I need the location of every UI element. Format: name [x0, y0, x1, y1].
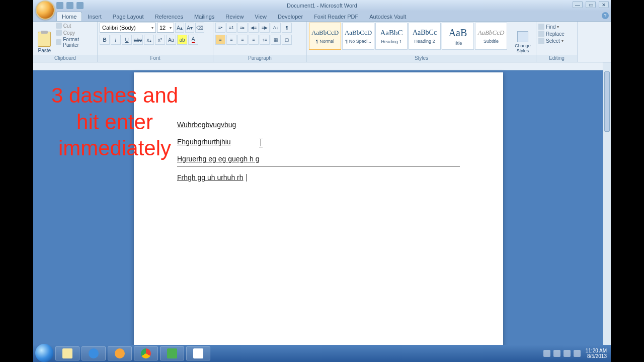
font-color-button[interactable]: A: [188, 35, 198, 45]
align-right-button[interactable]: ≡: [237, 35, 248, 45]
insertion-cursor: [247, 174, 247, 182]
chevron-down-icon: ▾: [151, 26, 153, 30]
taskbar-explorer[interactable]: [55, 346, 79, 360]
find-icon: [538, 24, 544, 30]
font-size-dropdown[interactable]: 12▾: [157, 23, 174, 33]
doc-line-4: Frhgh gg uh urhuh rh: [177, 173, 244, 182]
bullets-button[interactable]: ≡•: [215, 23, 225, 33]
ribbon-tabs: Home Insert Page Layout References Maili…: [33, 11, 611, 21]
cut-button[interactable]: Cut: [56, 23, 95, 29]
font-name-dropdown[interactable]: Calibri (Body)▾: [100, 23, 156, 33]
minimize-button[interactable]: —: [573, 1, 583, 8]
sort-button[interactable]: A↓: [271, 23, 281, 33]
taskbar-chrome[interactable]: [134, 346, 158, 360]
taskbar-media-player[interactable]: [108, 346, 132, 360]
underline-button[interactable]: U: [122, 35, 132, 45]
tray-clock[interactable]: 11:20 AM 8/5/2013: [586, 348, 607, 359]
copy-button[interactable]: Copy: [56, 30, 95, 36]
quick-access-toolbar: [56, 2, 84, 9]
group-label-clipboard: Clipboard: [33, 55, 97, 62]
start-button[interactable]: [35, 344, 53, 362]
tab-home[interactable]: Home: [56, 12, 82, 21]
title-bar: Document1 - Microsoft Word — ▭ ✕: [33, 0, 611, 11]
scrollbar-thumb[interactable]: [604, 71, 610, 132]
ie-icon: [89, 348, 99, 358]
increase-indent-button[interactable]: ≡▶: [260, 23, 270, 33]
align-left-button[interactable]: ≡: [215, 35, 225, 45]
cut-icon: [56, 23, 62, 29]
find-button[interactable]: Find▾: [538, 24, 565, 30]
chevron-down-icon: ▾: [170, 26, 172, 30]
save-icon[interactable]: [56, 2, 63, 9]
tab-page-layout[interactable]: Page Layout: [107, 12, 149, 21]
taskbar-app[interactable]: [160, 346, 184, 360]
borders-button[interactable]: ▢: [282, 35, 292, 45]
horizontal-rule: [177, 166, 460, 166]
tray-volume-icon[interactable]: [574, 350, 581, 357]
decrease-indent-button[interactable]: ◀≡: [249, 23, 259, 33]
taskbar-word[interactable]: [186, 346, 210, 360]
undo-icon[interactable]: [66, 2, 73, 9]
system-tray: 11:20 AM 8/5/2013: [543, 348, 609, 359]
tab-review[interactable]: Review: [220, 12, 249, 21]
close-button[interactable]: ✕: [599, 1, 609, 8]
numbering-button[interactable]: ≡1: [226, 23, 236, 33]
word-window: Document1 - Microsoft Word — ▭ ✕ Home In…: [33, 0, 611, 362]
show-marks-button[interactable]: ¶: [282, 23, 292, 33]
format-painter-button[interactable]: Format Painter: [56, 37, 95, 48]
horizontal-ruler[interactable]: [33, 62, 603, 70]
tab-view[interactable]: View: [249, 12, 272, 21]
grow-font-button[interactable]: A▴: [175, 23, 184, 33]
office-button[interactable]: [36, 1, 55, 20]
copy-icon: [56, 30, 62, 36]
document-workspace: 3 dashes and hit enter immediately Wuhrb…: [33, 62, 611, 353]
tab-developer[interactable]: Developer: [272, 12, 308, 21]
tray-icon[interactable]: [553, 350, 560, 357]
tab-autodesk[interactable]: Autodesk Vault: [364, 12, 412, 21]
help-icon[interactable]: ?: [602, 12, 609, 19]
format-painter-icon: [56, 39, 62, 45]
style-subtitle[interactable]: AaBbCcDSubtitle: [475, 23, 507, 50]
group-clipboard: Paste Cut Copy Format Painter Clipboard: [33, 22, 98, 62]
style-title[interactable]: AaBTitle: [442, 23, 474, 50]
line-spacing-button[interactable]: ↕≡: [260, 35, 270, 45]
style-no-spacing[interactable]: AaBbCcD¶ No Spaci...: [342, 23, 374, 50]
group-font: Calibri (Body)▾ 12▾ A▴ A▾ ⌫ B I U abc x₂…: [98, 22, 213, 62]
italic-button[interactable]: I: [111, 35, 121, 45]
tab-mailings[interactable]: Mailings: [189, 12, 220, 21]
taskbar-ie[interactable]: [82, 346, 106, 360]
tab-references[interactable]: References: [149, 12, 189, 21]
strikethrough-button[interactable]: abc: [133, 35, 143, 45]
bold-button[interactable]: B: [100, 35, 110, 45]
window-title: Document1 - Microsoft Word: [287, 3, 357, 9]
change-case-button[interactable]: Aa: [166, 35, 176, 45]
text-caret-icon: [261, 139, 261, 146]
vertical-scrollbar[interactable]: [603, 62, 611, 353]
tray-icon[interactable]: [543, 350, 550, 357]
style-heading1[interactable]: AaBbCHeading 1: [375, 23, 408, 50]
tab-foxit[interactable]: Foxit Reader PDF: [308, 12, 364, 21]
clear-formatting-button[interactable]: ⌫: [195, 23, 204, 33]
style-heading2[interactable]: AaBbCcHeading 2: [409, 23, 441, 50]
highlight-button[interactable]: ab: [177, 35, 187, 45]
windows-taskbar: 11:20 AM 8/5/2013: [33, 345, 611, 362]
folder-icon: [62, 348, 72, 358]
group-styles: AaBbCcD¶ Normal AaBbCcD¶ No Spaci... AaB…: [307, 22, 536, 62]
replace-button[interactable]: Replace: [538, 31, 565, 37]
group-paragraph: ≡• ≡1 ≡▸ ◀≡ ≡▶ A↓ ¶ ≡ ≡ ≡ ≡ ↕≡ ▦ ▢: [213, 22, 307, 62]
group-editing: Find▾ Replace Select▾ Editing: [536, 22, 578, 62]
paste-icon: [38, 32, 51, 47]
multilevel-button[interactable]: ≡▸: [237, 23, 248, 33]
shrink-font-button[interactable]: A▾: [185, 23, 194, 33]
tray-network-icon[interactable]: [564, 350, 571, 357]
shading-button[interactable]: ▦: [271, 35, 281, 45]
select-button[interactable]: Select▾: [538, 38, 565, 44]
superscript-button[interactable]: x²: [155, 35, 165, 45]
subscript-button[interactable]: x₂: [144, 35, 154, 45]
tab-insert[interactable]: Insert: [82, 12, 107, 21]
align-center-button[interactable]: ≡: [226, 35, 236, 45]
maximize-button[interactable]: ▭: [586, 1, 596, 8]
redo-icon[interactable]: [76, 2, 84, 9]
justify-button[interactable]: ≡: [249, 35, 259, 45]
style-normal[interactable]: AaBbCcD¶ Normal: [309, 23, 341, 50]
